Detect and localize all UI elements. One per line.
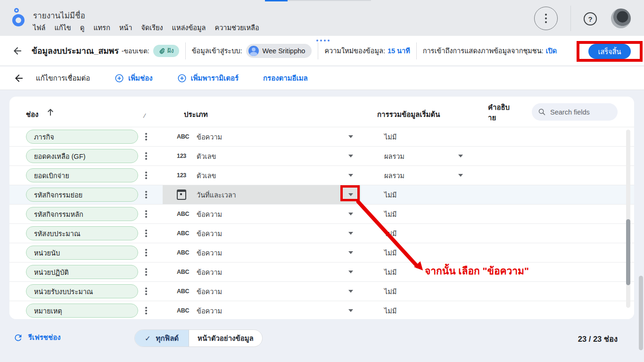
field-name-chip[interactable]: รหัสกิจกรรมย่อย <box>26 188 138 202</box>
field-description-cell[interactable] <box>476 224 634 243</box>
column-header-aggregation[interactable]: การรวมข้อมูลเริ่มต้น <box>377 109 440 120</box>
field-type-select[interactable]: ABC ข้อความ <box>163 205 361 223</box>
field-aggregation-select[interactable]: ไม่มี <box>361 127 476 146</box>
tab-all-fields[interactable]: ✓ ทุกฟิลด์ <box>135 330 189 346</box>
field-name-chip[interactable]: หน่วยปฏิบัติ <box>26 265 138 279</box>
column-header-description[interactable]: คำอธิบาย <box>488 102 512 123</box>
field-type-select[interactable]: ABC ข้อความ <box>163 224 361 243</box>
field-aggregation-select[interactable]: ไม่มี <box>361 224 476 243</box>
field-description-cell[interactable] <box>476 301 634 319</box>
field-description-cell[interactable] <box>476 147 634 165</box>
field-options-icon[interactable] <box>144 150 148 162</box>
field-aggregation-select[interactable]: ผลรวม <box>361 166 476 185</box>
table-row[interactable]: ยอดคงเหลือ (GF) 123 ตัวเลข ผลรวม <box>9 146 634 165</box>
field-options-icon[interactable] <box>144 247 148 258</box>
menu-view[interactable]: ดู <box>80 22 84 33</box>
chevron-down-icon[interactable] <box>458 174 463 177</box>
search-fields-input[interactable] <box>550 108 607 116</box>
edit-connection-label[interactable]: แก้ไขการเชื่อมต่อ <box>36 73 90 84</box>
field-type-select[interactable]: 123 ตัวเลข <box>163 147 361 165</box>
menu-help[interactable]: ความช่วยเหลือ <box>215 22 259 33</box>
field-name-chip[interactable]: หน่วยนับ <box>26 246 138 260</box>
field-type-select[interactable]: 123 ตัวเลข <box>163 166 361 185</box>
field-options-icon[interactable] <box>144 170 148 181</box>
field-aggregation-select[interactable]: ไม่มี <box>361 301 476 319</box>
field-aggregation-select[interactable]: ผลรวม <box>361 147 476 165</box>
table-row[interactable]: หมายเหตุ ABC ข้อความ ไม่มี <box>9 301 634 319</box>
credentials-user-chip[interactable]: Wee Sritippho <box>246 44 312 58</box>
chevron-down-icon[interactable] <box>348 271 353 273</box>
field-options-icon[interactable] <box>144 228 148 239</box>
page-scrollbar-thumb[interactable] <box>639 276 643 350</box>
column-header-field[interactable]: ช่อง <box>26 109 39 120</box>
field-description-cell[interactable] <box>476 166 634 185</box>
field-type-select[interactable]: ABC ข้อความ <box>163 243 361 262</box>
chevron-down-icon[interactable] <box>348 174 353 177</box>
table-row[interactable]: รหัสกิจกรรมย่อย วันที่และเวลา ไม่มี <box>9 185 634 204</box>
chevron-down-icon[interactable] <box>348 290 353 293</box>
field-name-chip[interactable]: ยอดคงเหลือ (GF) <box>26 149 138 163</box>
field-options-icon[interactable] <box>144 131 148 142</box>
table-row[interactable]: ภารกิจ ABC ข้อความ ไม่มี <box>9 127 634 146</box>
help-icon[interactable]: ? <box>584 12 597 25</box>
more-options-button[interactable] <box>534 7 558 30</box>
table-row[interactable]: หน่วยนับ ABC ข้อความ ไม่มี <box>9 243 634 262</box>
field-aggregation-select[interactable]: ไม่มี <box>361 243 476 262</box>
field-type-select[interactable]: ABC ข้อความ <box>163 127 361 146</box>
field-options-icon[interactable] <box>144 286 148 297</box>
field-name-chip[interactable]: รหัสกิจกรรมหลัก <box>26 207 138 221</box>
field-type-select[interactable]: ABC ข้อความ <box>163 301 361 319</box>
field-type-select[interactable]: ABC ข้อความ <box>163 282 361 301</box>
field-options-icon[interactable] <box>144 189 148 200</box>
field-name-chip[interactable]: หมายเหตุ <box>26 304 138 318</box>
user-avatar[interactable] <box>611 8 631 28</box>
menu-edit[interactable]: แก้ไข <box>54 22 71 33</box>
table-row[interactable]: รหัสกิจกรรมหลัก ABC ข้อความ ไม่มี <box>9 204 634 223</box>
chevron-down-icon[interactable] <box>458 155 463 157</box>
field-aggregation-select[interactable]: ไม่มี <box>361 282 476 301</box>
search-fields-box[interactable] <box>532 103 618 121</box>
chevron-down-icon[interactable] <box>348 213 353 215</box>
field-options-icon[interactable] <box>144 208 148 220</box>
field-name-chip[interactable]: ยอดเบิกจ่าย <box>26 168 138 182</box>
field-options-icon[interactable] <box>144 305 148 316</box>
freshness-value[interactable]: 15 นาที <box>388 45 410 56</box>
datasource-title[interactable]: ข้อมูลงบประมาณ_สมพร <box>32 44 119 58</box>
field-description-cell[interactable] <box>476 282 634 301</box>
field-name-chip[interactable]: หน่วยรับงบประมาณ <box>26 284 138 298</box>
menu-page[interactable]: หน้า <box>119 22 132 33</box>
chevron-down-icon[interactable] <box>348 155 353 157</box>
column-header-type[interactable]: ประเภท <box>184 109 208 120</box>
field-name-chip[interactable]: รหัสงบประมาณ <box>26 226 138 240</box>
field-name-chip[interactable]: ภารกิจ <box>26 130 138 144</box>
chevron-down-icon[interactable] <box>348 309 353 312</box>
chevron-down-icon[interactable] <box>348 232 353 235</box>
table-row[interactable]: หน่วยปฏิบัติ ABC ข้อความ ไม่มี <box>9 262 634 281</box>
sort-ascending-icon[interactable] <box>45 107 56 117</box>
table-row[interactable]: ยอดเบิกจ่าย 123 ตัวเลข ผลรวม <box>9 165 634 185</box>
filter-by-email-button[interactable]: กรองตามอีเมล <box>263 73 308 84</box>
field-type-select[interactable]: วันที่และเวลา <box>163 185 361 204</box>
field-description-cell[interactable] <box>476 185 634 204</box>
refresh-fields-button[interactable]: รีเฟรชช่อง <box>13 332 61 343</box>
chevron-down-icon[interactable] <box>348 251 353 254</box>
field-aggregation-select[interactable]: ไม่มี <box>361 185 476 204</box>
menu-insert[interactable]: แทรก <box>93 22 110 33</box>
table-row[interactable]: รหัสงบประมาณ ABC ข้อความ ไม่มี <box>9 223 634 243</box>
table-row[interactable]: หน่วยรับงบประมาณ ABC ข้อความ ไม่มี <box>9 281 634 301</box>
add-field-button[interactable]: เพิ่มช่อง <box>115 73 152 84</box>
field-description-cell[interactable] <box>476 243 634 262</box>
add-parameter-button[interactable]: เพิ่มพารามิเตอร์ <box>177 73 239 84</box>
chevron-down-icon[interactable] <box>348 135 353 138</box>
field-description-cell[interactable] <box>476 127 634 146</box>
done-button[interactable]: เสร็จสิ้น <box>588 44 631 59</box>
field-type-select[interactable]: ABC ข้อความ <box>163 263 361 281</box>
back-arrow-icon[interactable] <box>12 45 23 57</box>
table-scrollbar-thumb[interactable] <box>626 219 630 285</box>
menu-resource[interactable]: แหล่งข้อมูล <box>172 22 206 33</box>
field-description-cell[interactable] <box>476 205 634 223</box>
report-title[interactable]: รายงานไม่มีชื่อ <box>33 9 85 22</box>
back-arrow-icon[interactable] <box>13 73 25 84</box>
field-options-icon[interactable] <box>144 266 148 278</box>
menu-arrange[interactable]: จัดเรียง <box>141 22 163 33</box>
